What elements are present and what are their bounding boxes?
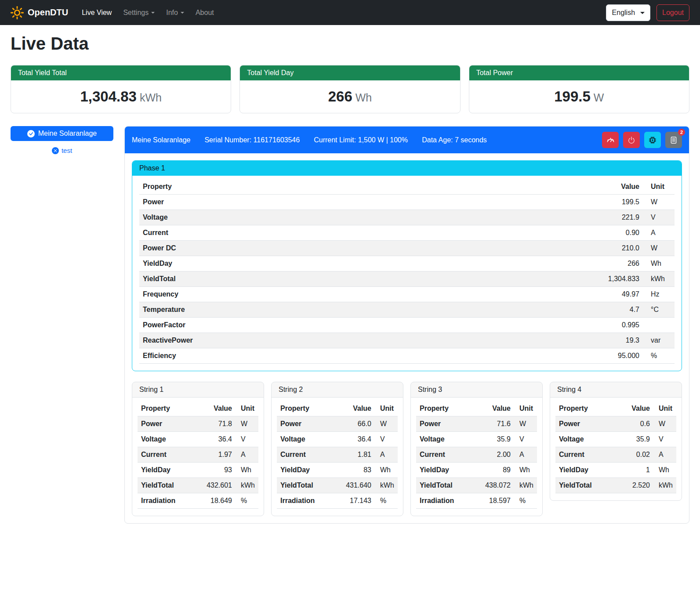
unit-cell: A (375, 447, 398, 463)
column-header-value: Value (586, 179, 643, 195)
value-cell: 17.143 (340, 493, 375, 509)
unit-cell: Hz (643, 287, 675, 302)
property-cell: PowerFactor (139, 318, 586, 333)
string-table-4: Property Value Unit Power (555, 401, 676, 493)
column-header-property: Property (139, 179, 586, 195)
inverter-test-label: test (62, 147, 72, 154)
unit-cell: V (643, 210, 675, 225)
unit-cell: var (643, 333, 675, 348)
inverter-panel: Meine Solaranlage Serial Number: 1161716… (124, 126, 689, 524)
summary-card-unit: Wh (355, 91, 372, 104)
property-cell: Current (277, 447, 340, 463)
property-cell: YieldTotal (138, 478, 200, 493)
column-header-value: Value (200, 401, 236, 416)
unit-cell: Wh (514, 463, 537, 478)
string-table-1: Property Value Unit Power (138, 401, 258, 509)
chevron-down-icon (640, 12, 645, 14)
unit-cell: W (375, 416, 398, 432)
inverter-select-button[interactable]: Meine Solaranlage (11, 126, 113, 141)
unit-cell: W (236, 416, 258, 432)
value-cell: 1,304.833 (586, 271, 643, 287)
table-row: Current 0.02 A (555, 447, 676, 463)
column-header-unit: Unit (375, 401, 398, 416)
language-select[interactable]: English (606, 4, 650, 21)
column-header-property: Property (555, 401, 618, 416)
table-row: YieldDay 93 Wh (138, 463, 258, 478)
property-cell: YieldDay (277, 463, 340, 478)
inverter-item-test[interactable]: test (11, 147, 113, 154)
property-cell: Voltage (139, 210, 586, 225)
table-row: Voltage 35.9 V (416, 432, 537, 447)
unit-cell: % (375, 493, 398, 509)
nav-link-info[interactable]: Info (160, 5, 190, 20)
string-card-title: String 4 (550, 382, 682, 398)
summary-card-unit: W (594, 91, 604, 104)
property-cell: Voltage (555, 432, 618, 447)
value-cell: 2.00 (479, 447, 514, 463)
string-table-2: Property Value Unit Power (277, 401, 398, 509)
value-cell: 438.072 (479, 478, 514, 493)
string-card-2: String 2 Property Value Unit (271, 382, 403, 516)
value-cell: 0.90 (586, 225, 643, 241)
table-row: Voltage 36.4 V (277, 432, 398, 447)
property-cell: YieldDay (555, 463, 618, 478)
unit-cell: A (514, 447, 537, 463)
property-cell: Voltage (277, 432, 340, 447)
brand-link[interactable]: OpenDTU (11, 6, 68, 19)
value-cell: 1.97 (200, 447, 236, 463)
unit-cell: V (653, 432, 676, 447)
table-row: YieldDay 89 Wh (416, 463, 537, 478)
value-cell: 266 (586, 256, 643, 271)
summary-cards-row: Total Yield Total 1,304.83kWh Total Yiel… (11, 65, 689, 113)
property-cell: Frequency (139, 287, 586, 302)
table-row: Voltage 221.9 V (139, 210, 675, 225)
table-row: Efficiency 95.000 % (139, 348, 675, 364)
property-cell: Irradiation (416, 493, 479, 509)
table-row: YieldTotal 2.520 kWh (555, 478, 676, 493)
column-header-property: Property (416, 401, 479, 416)
value-cell: 35.9 (479, 432, 514, 447)
nav-link-about[interactable]: About (190, 5, 220, 20)
value-cell: 71.6 (479, 416, 514, 432)
inverter-info-button[interactable] (644, 132, 661, 148)
unit-cell: A (236, 447, 258, 463)
table-row: ReactivePower 19.3 var (139, 333, 675, 348)
page-container: Live Data Total Yield Total 1,304.83kWh … (0, 25, 700, 534)
value-cell: 431.640 (340, 478, 375, 493)
table-row: Power 0.6 W (555, 416, 676, 432)
table-row: Current 1.81 A (277, 447, 398, 463)
logout-button[interactable]: Logout (656, 4, 689, 21)
string-card-title: String 1 (132, 382, 264, 398)
nav-link-settings[interactable]: Settings (117, 5, 160, 20)
value-cell: 36.4 (200, 432, 236, 447)
sun-logo-icon (11, 6, 24, 19)
power-toggle-button[interactable] (623, 132, 640, 148)
table-row: Irradiation 18.597 % (416, 493, 537, 509)
table-row: YieldDay 83 Wh (277, 463, 398, 478)
unit-cell: kWh (643, 271, 675, 287)
speedometer-icon (606, 136, 615, 144)
property-cell: Efficiency (139, 348, 586, 364)
table-row: PowerFactor 0.995 (139, 318, 675, 333)
string-card-title: String 3 (411, 382, 542, 398)
x-circle-icon (52, 147, 59, 154)
summary-card-total-power: Total Power 199.5W (469, 65, 689, 113)
nav-link-live-view[interactable]: Live View (76, 5, 117, 20)
inverter-limit: Current Limit: 1,500 W | 100% (314, 136, 408, 144)
unit-cell: Wh (643, 256, 675, 271)
table-row: Power 71.8 W (138, 416, 258, 432)
summary-card-title: Total Yield Day (240, 65, 460, 80)
table-row: Current 0.90 A (139, 225, 675, 241)
event-log-button[interactable]: 2 (665, 132, 682, 148)
table-header-row: Property Value Unit (555, 401, 676, 416)
value-cell: 0.6 (618, 416, 653, 432)
limit-settings-button[interactable] (602, 132, 619, 148)
nav-links: Live View Settings Info About (76, 5, 220, 20)
table-header-row: Property Value Unit (139, 179, 675, 195)
table-header-row: Property Value Unit (416, 401, 537, 416)
phase-title: Phase 1 (139, 164, 165, 172)
summary-card-body: 266Wh (240, 80, 460, 113)
column-header-value: Value (479, 401, 514, 416)
navbar: OpenDTU Live View Settings Info About En… (0, 0, 700, 25)
inverter-select-label: Meine Solaranlage (38, 130, 97, 137)
